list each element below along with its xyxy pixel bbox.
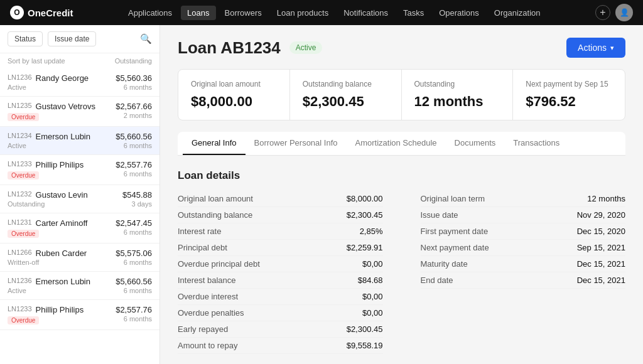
loan-name: Phillip Philips — [36, 160, 112, 169]
tab-borrower-personal-info[interactable]: Borrower Personal Info — [246, 132, 347, 155]
status-badge: Active — [289, 41, 323, 54]
stat-outstanding-balance: Outstanding balance $2,300.45 — [290, 70, 402, 120]
detail-label: Overdue interest — [178, 292, 238, 301]
loan-amount: $5,660.56 — [116, 277, 152, 286]
detail-label: Amount to repay — [178, 341, 237, 350]
loan-duration: 6 months — [116, 142, 152, 149]
loan-details-title: Loan details — [178, 169, 625, 182]
detail-value: $0,00 — [362, 259, 383, 269]
nav-organization[interactable]: Organization — [488, 6, 547, 20]
loan-name: Emerson Lubin — [36, 277, 112, 286]
detail-row: Principal debt $2,259.91 — [178, 240, 383, 256]
detail-value: Dec 15, 2020 — [577, 227, 625, 236]
loan-item[interactable]: LN1235 Gustavo Vetrovs $2,567.66 Overdue… — [0, 97, 159, 127]
detail-row: Next payment date Sep 15, 2021 — [421, 240, 626, 256]
loan-details-left: Original loan amount $8,000.00 Outstandi… — [178, 191, 383, 354]
detail-value: Dec 15, 2021 — [577, 276, 625, 285]
detail-row: Issue date Nov 29, 2020 — [421, 207, 626, 223]
loan-item[interactable]: LN1266 Ruben Carder $5,575.06 Written-of… — [0, 244, 159, 272]
detail-row: Maturity date Dec 15, 2021 — [421, 256, 626, 272]
nav-loan-products[interactable]: Loan products — [271, 6, 335, 20]
loan-id: LN1233 — [8, 305, 32, 314]
stat-original-amount: Original loan amount $8,000.00 — [178, 70, 290, 120]
detail-label: Principal debt — [178, 243, 227, 252]
loan-duration: 3 days — [122, 200, 152, 208]
detail-label: Original loan term — [421, 194, 485, 203]
loan-item[interactable]: LN1233 Phillip Philips $2,557.76 Overdue… — [0, 300, 159, 330]
logo-text: OneCredit — [28, 8, 73, 18]
nav-notifications[interactable]: Notifications — [337, 6, 394, 20]
loan-amount: $2,557.76 — [116, 305, 152, 314]
stat-original-amount-value: $8,000.00 — [191, 94, 277, 110]
user-avatar[interactable]: 👤 — [615, 4, 633, 21]
loan-item[interactable]: LN1236 Randy George $5,560.36 Active 6 m… — [0, 68, 159, 97]
detail-value: 12 months — [587, 194, 625, 203]
logo-icon: O — [10, 6, 24, 19]
loan-item[interactable]: LN1232 Gustavo Levin $545.88 Outstanding… — [0, 185, 159, 213]
issue-date-filter[interactable]: Issue date — [48, 31, 96, 46]
loan-details: Loan details Original loan amount $8,000… — [178, 169, 625, 354]
loan-duration: 2 months — [116, 112, 152, 121]
nav-loans[interactable]: Loans — [181, 6, 215, 20]
tabs: General Info Borrower Personal Info Amor… — [178, 132, 625, 156]
detail-row: Original loan term 12 months — [421, 191, 626, 207]
loan-status: Written-off — [8, 259, 112, 266]
outstanding-header: Outstanding — [115, 57, 152, 65]
status-filter[interactable]: Status — [8, 31, 43, 46]
loan-duration: 6 months — [116, 228, 152, 238]
nav-links: Applications Loans Borrowers Loan produc… — [86, 6, 583, 20]
stat-outstanding-value: 12 months — [414, 94, 500, 110]
loan-name: Ruben Carder — [36, 249, 112, 258]
actions-button[interactable]: Actions ▾ — [566, 38, 625, 58]
detail-value: $84.68 — [358, 276, 383, 285]
loan-name: Phillip Philips — [36, 305, 112, 314]
nav-borrowers[interactable]: Borrowers — [219, 6, 268, 20]
detail-value: 2,85% — [360, 227, 383, 236]
tab-amortization-schedule[interactable]: Amortization Schedule — [347, 132, 446, 155]
loan-duration: 6 months — [116, 287, 152, 294]
loan-item[interactable]: LN1233 Phillip Philips $2,557.76 Overdue… — [0, 155, 159, 185]
detail-row: Overdue penalties $0,00 — [178, 305, 383, 321]
loan-item[interactable]: LN1234 Emerson Lubin $5,660.56 Active 6 … — [0, 127, 159, 155]
detail-label: Interest rate — [178, 227, 221, 236]
tab-transactions[interactable]: Transactions — [504, 132, 568, 155]
loan-item[interactable]: LN1236 Emerson Lubin $5,660.56 Active 6 … — [0, 272, 159, 300]
detail-row: Original loan amount $8,000.00 — [178, 191, 383, 207]
detail-label: Next payment date — [421, 243, 489, 252]
stat-next-payment-value: $796.52 — [526, 94, 612, 110]
loan-status: Outstanding — [8, 200, 119, 208]
loan-item[interactable]: LN1231 Carter Aminoff $2,547.45 Overdue … — [0, 213, 159, 244]
loan-status: Overdue — [8, 228, 112, 238]
loan-id: LN1232 — [8, 190, 32, 200]
sidebar-header: Sort by last update Outstanding — [0, 53, 159, 68]
loan-amount: $545.88 — [122, 190, 152, 200]
loan-status: Active — [8, 142, 112, 149]
loan-amount: $5,575.06 — [116, 249, 152, 258]
loan-id: LN1233 — [8, 160, 32, 169]
stat-outstanding-balance-label: Outstanding balance — [303, 80, 389, 88]
stat-outstanding-label: Outstanding — [414, 80, 500, 88]
detail-label: Issue date — [421, 210, 458, 220]
tab-general-info[interactable]: General Info — [183, 132, 246, 155]
detail-value: Nov 29, 2020 — [577, 210, 625, 220]
tab-documents[interactable]: Documents — [446, 132, 505, 155]
detail-value: $2,300.45 — [347, 210, 383, 220]
loan-name: Carter Aminoff — [36, 218, 112, 228]
loan-name: Gustavo Vetrovs — [36, 102, 112, 111]
actions-label: Actions — [578, 43, 607, 53]
search-icon[interactable]: 🔍 — [140, 33, 152, 45]
detail-row: First payment date Dec 15, 2020 — [421, 223, 626, 240]
loan-duration: 6 months — [116, 259, 152, 266]
loan-id: LN1236 — [8, 277, 32, 286]
stat-original-amount-label: Original loan amount — [191, 80, 277, 88]
loan-amount: $5,660.56 — [116, 132, 152, 141]
nav-tasks[interactable]: Tasks — [397, 6, 430, 20]
nav-right: + 👤 — [595, 4, 633, 21]
nav-applications[interactable]: Applications — [122, 6, 178, 20]
detail-value: $2,300.45 — [347, 324, 383, 334]
loan-id: LN1235 — [8, 102, 32, 111]
loan-name: Randy George — [36, 73, 112, 83]
nav-operations[interactable]: Operations — [433, 6, 485, 20]
add-button[interactable]: + — [595, 5, 610, 20]
detail-value: $8,000.00 — [347, 194, 383, 203]
